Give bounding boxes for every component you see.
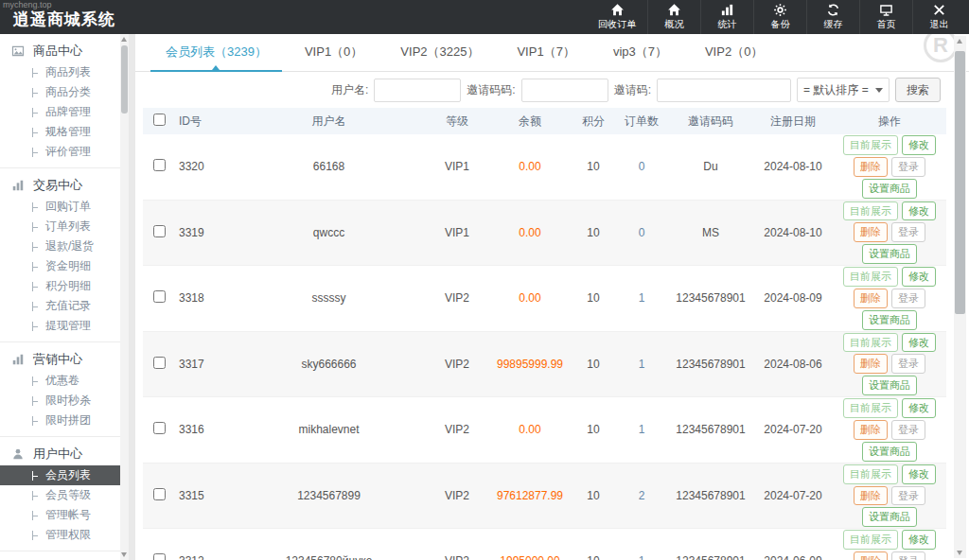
sidebar-item-buyback-orders[interactable]: 回购订单 [0,197,129,217]
branch-icon [32,471,39,481]
login-button[interactable]: 登录 [891,420,925,440]
username-input[interactable] [374,79,461,102]
sidebar-section-header-article-center[interactable]: 文章中心 [0,556,129,560]
tab-vip3-7[interactable]: vip3（7） [594,34,686,71]
show-button[interactable]: 目前展示 [843,135,898,155]
set-goods-button[interactable]: 设置商品 [862,244,917,264]
sort-select[interactable]: = 默认排序 = [797,78,890,102]
sidebar-scrollbar[interactable] [120,34,129,560]
scroll-down-icon[interactable] [121,552,127,557]
sidebar-item-refund-return[interactable]: 退款/退货 [0,236,129,256]
delete-button[interactable]: 删除 [854,354,888,374]
scroll-up-icon[interactable] [121,37,127,42]
row-checkbox[interactable] [153,159,166,171]
login-button[interactable]: 登录 [891,222,925,242]
delete-button[interactable]: 删除 [854,289,888,308]
login-button[interactable]: 登录 [891,157,925,177]
set-goods-button[interactable]: 设置商品 [862,507,917,527]
row-checkbox[interactable] [153,357,166,369]
topnav-logout[interactable]: 退出 [912,0,965,34]
search-button[interactable]: 搜索 [895,78,941,102]
sidebar-item-review-manage[interactable]: 评价管理 [0,142,129,162]
login-button[interactable]: 登录 [891,354,925,374]
login-button[interactable]: 登录 [891,289,925,308]
tab-vip1-7[interactable]: VIP1（7） [498,34,593,71]
topnav-statistics[interactable]: 统计 [700,0,753,34]
sidebar-item-recharge-log[interactable]: 充值记录 [0,296,129,316]
sidebar-section-header-user-center[interactable]: 用户中心 [0,442,129,465]
show-button[interactable]: 目前展示 [843,267,898,287]
tab-vip2-3225[interactable]: VIP2（3225） [381,34,498,71]
select-all-checkbox[interactable] [153,114,166,126]
sidebar-item-admin-account[interactable]: 管理帐号 [0,505,129,525]
sidebar-item-fund-detail[interactable]: 资金明细 [0,256,129,276]
delete-button[interactable]: 删除 [854,222,888,242]
show-button[interactable]: 目前展示 [843,464,898,484]
scroll-up-icon[interactable] [957,39,962,44]
tab-vip1-0[interactable]: VIP1（0） [286,34,381,71]
login-button[interactable]: 登录 [891,551,925,560]
set-goods-button[interactable]: 设置商品 [862,179,917,199]
sidebar-item-goods-list[interactable]: 商品列表 [0,62,129,82]
sidebar-section-header-marketing-center[interactable]: 营销中心 [0,347,129,371]
row-checkbox[interactable] [153,290,166,303]
sidebar-section-trade-center: 交易中心回购订单订单列表退款/退货资金明细积分明细充值记录提现管理 [0,168,129,342]
sidebar-item-group-buy[interactable]: 限时拼团 [0,411,129,430]
sidebar-item-admin-perms[interactable]: 管理权限 [0,525,129,545]
sidebar-item-label: 提现管理 [45,318,91,334]
edit-button[interactable]: 修改 [902,398,936,418]
tab-vip2-0[interactable]: VIP2（0） [686,34,782,71]
edit-button[interactable]: 修改 [902,201,936,221]
invite-code2-input[interactable] [521,79,608,102]
sidebar-item-order-list[interactable]: 订单列表 [0,217,129,236]
sidebar-item-member-level[interactable]: 会员等级 [0,485,129,505]
sidebar-item-points-detail[interactable]: 积分明细 [0,276,129,296]
topnav-homepage[interactable]: 首页 [859,0,912,34]
delete-button[interactable]: 删除 [854,420,888,440]
row-checkbox[interactable] [153,422,166,434]
login-button[interactable]: 登录 [891,486,925,506]
set-goods-button[interactable]: 设置商品 [862,310,917,330]
content-scrollbar-thumb[interactable] [955,51,965,314]
set-goods-button[interactable]: 设置商品 [862,442,917,462]
row-checkbox[interactable] [153,225,166,237]
show-button[interactable]: 目前展示 [843,201,898,221]
sidebar-section-header-goods-center[interactable]: 商品中心 [0,39,129,62]
set-goods-button[interactable]: 设置商品 [862,376,917,395]
edit-button[interactable]: 修改 [902,267,936,287]
row-checkbox[interactable] [153,553,166,560]
content-scrollbar[interactable] [954,36,966,558]
scroll-down-icon[interactable] [957,551,962,555]
column-header-register-date: 注册日期 [753,108,833,134]
sidebar-item-brand-manage[interactable]: 品牌管理 [0,102,129,122]
show-button[interactable]: 目前展示 [843,398,898,418]
sidebar-item-goods-category[interactable]: 商品分类 [0,82,129,102]
edit-button[interactable]: 修改 [902,135,936,155]
delete-button[interactable]: 删除 [854,551,888,560]
topnav-recycle-orders[interactable]: 回收订单 [587,0,647,34]
edit-button[interactable]: 修改 [902,333,936,353]
edit-button[interactable]: 修改 [902,530,936,550]
sidebar-scrollbar-thumb[interactable] [121,45,128,114]
tab-member-list[interactable]: 会员列表（3239） [147,34,286,71]
sidebar-item-spec-manage[interactable]: 规格管理 [0,122,129,142]
delete-button[interactable]: 删除 [854,486,888,506]
sidebar-item-flash-sale[interactable]: 限时秒杀 [0,391,129,411]
chevron-down-icon [875,88,883,93]
invite-code-input[interactable] [657,79,791,102]
topnav-backup[interactable]: 备份 [753,0,806,34]
branch-icon [32,511,39,520]
row-checkbox[interactable] [153,488,166,500]
edit-button[interactable]: 修改 [902,464,936,484]
cell-orders: 1 [615,529,668,560]
sidebar-section-header-trade-center[interactable]: 交易中心 [0,173,129,197]
show-button[interactable]: 目前展示 [843,530,898,550]
show-button[interactable]: 目前展示 [843,333,898,353]
sidebar-item-coupons[interactable]: 优惠卷 [0,371,129,391]
sidebar-item-member-list[interactable]: 会员列表 [0,465,120,485]
topnav-cache[interactable]: 缓存 [806,0,859,34]
delete-button[interactable]: 删除 [854,157,888,177]
topnav-overview[interactable]: 概况 [647,0,700,34]
sidebar-section-title: 商品中心 [33,43,82,60]
sidebar-item-withdraw-manage[interactable]: 提现管理 [0,316,129,336]
